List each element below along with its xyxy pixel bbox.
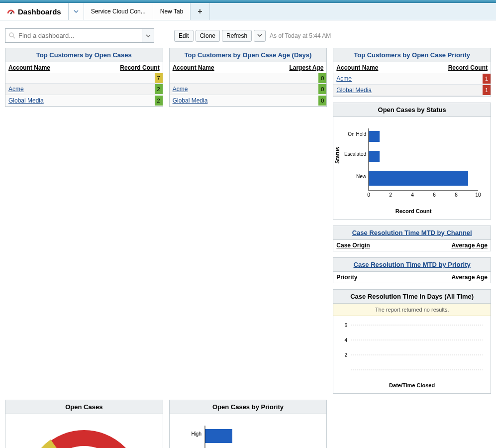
cell-count: 0 (318, 84, 326, 94)
col-count[interactable]: Record Count (120, 64, 159, 71)
empty-chart: 6 4 2 Date/Time Closed (333, 316, 491, 393)
cell-account[interactable]: Global Media (5, 95, 155, 106)
table-header: Account Name Largest Age (170, 62, 327, 73)
col-age[interactable]: Average Age (452, 274, 488, 281)
svg-text:Escalated: Escalated (344, 151, 366, 157)
table-row: Global Media0 (170, 95, 327, 107)
no-results-message: The report returned no results. (333, 304, 491, 316)
refresh-button[interactable]: Refresh (222, 30, 252, 42)
refresh-dropdown[interactable] (254, 30, 266, 42)
panel-open-by-status: Open Cases by Status Status On Hold Esca… (333, 103, 491, 220)
gauge-svg: 0 100 25 10 (14, 418, 154, 448)
line-chart-empty: 6 4 2 (338, 320, 483, 380)
cell-account (170, 74, 319, 83)
svg-rect-32 (205, 429, 232, 443)
panel-resolution-days: Case Resolution Time in Days (All Time) … (333, 289, 491, 394)
edit-button[interactable]: Edit (174, 30, 194, 42)
panel-top-priority: Top Customers by Open Case Priority Acco… (333, 48, 491, 97)
panel-top-case-age: Top Customers by Open Case Age (Days) Ac… (169, 48, 327, 107)
nav-tab-new[interactable]: New Tab (153, 3, 191, 20)
svg-text:4: 4 (345, 337, 348, 343)
table-header: Case Origin Average Age (333, 240, 491, 251)
col-account[interactable]: Account Name (8, 64, 50, 71)
svg-text:6: 6 (345, 323, 348, 328)
col-account[interactable]: Account Name (336, 64, 378, 71)
table-header: Account Name Record Count (333, 62, 491, 73)
svg-text:New: New (356, 174, 367, 179)
col-origin[interactable]: Case Origin (336, 242, 370, 249)
as-of-timestamp: As of Today at 5:44 AM (270, 32, 331, 39)
gauge-icon (7, 7, 15, 15)
panel-title[interactable]: Case Resolution Time MTD by Channel (333, 226, 491, 240)
col-count[interactable]: Record Count (448, 64, 488, 71)
svg-text:High: High (191, 431, 201, 437)
table-row: 0 (170, 73, 327, 84)
cell-account[interactable]: Global Media (170, 95, 319, 106)
table-row: Global Media1 (333, 85, 491, 96)
svg-point-2 (9, 33, 13, 37)
plus-icon: + (198, 7, 202, 16)
search-dropdown[interactable] (142, 29, 154, 42)
col-priority[interactable]: Priority (336, 274, 357, 281)
svg-rect-7 (369, 151, 380, 162)
toolbar: Edit Clone Refresh As of Today at 5:44 A… (0, 20, 496, 48)
svg-text:On Hold: On Hold (348, 131, 367, 137)
panel-title: Open Cases by Priority (170, 400, 327, 414)
svg-text:6: 6 (433, 192, 436, 198)
panel-resolution-channel: Case Resolution Time MTD by Channel Case… (333, 225, 491, 251)
x-axis-label: Date/Time Closed (338, 381, 486, 391)
panel-resolution-priority: Case Resolution Time MTD by Priority Pri… (333, 257, 491, 283)
nav-dropdown[interactable] (69, 3, 84, 20)
svg-line-3 (13, 36, 15, 38)
dashboard-search (5, 28, 154, 43)
chart-open-by-status: Status On Hold Escalated New 0 2 4 6 8 1… (333, 117, 491, 219)
svg-rect-9 (369, 171, 468, 186)
col-age[interactable]: Average Age (452, 242, 488, 249)
panel-open-by-priority: Open Cases by Priority Priority High Med… (169, 400, 327, 448)
table-row: Acme2 (5, 84, 163, 95)
col-account[interactable]: Account Name (173, 64, 214, 71)
svg-text:0: 0 (368, 192, 371, 198)
panel-title[interactable]: Top Customers by Open Case Age (Days) (170, 48, 327, 62)
nav-tab-add[interactable]: + (191, 3, 209, 20)
cell-count: 2 (155, 96, 163, 106)
cell-account[interactable]: Global Media (333, 85, 483, 96)
column-3: Top Customers by Open Case Priority Acco… (333, 48, 491, 394)
cell-account[interactable]: Acme (5, 84, 155, 95)
dashboard-grid: Top Customers by Open Cases Account Name… (0, 48, 496, 448)
x-axis-label: Record Count (341, 207, 486, 217)
panel-title: Open Cases (5, 400, 163, 414)
panel-title[interactable]: Top Customers by Open Cases (5, 48, 163, 62)
nav-tab-service-cloud[interactable]: Service Cloud Con... (84, 3, 153, 20)
svg-text:8: 8 (455, 192, 458, 198)
cell-count: 1 (483, 74, 491, 84)
cell-count: 2 (155, 84, 163, 94)
panel-title[interactable]: Top Customers by Open Case Priority (333, 48, 491, 62)
svg-text:4: 4 (411, 192, 414, 198)
bar-chart: High Medium Low 0 2 4 6 8 (178, 418, 317, 448)
cell-account[interactable]: Acme (170, 84, 319, 95)
search-input[interactable] (5, 29, 142, 42)
search-icon (8, 32, 15, 39)
col-age[interactable]: Largest Age (289, 64, 323, 71)
nav-tab-label: Dashboards (18, 7, 61, 16)
cell-count: 0 (318, 73, 326, 83)
nav-header: Dashboards Service Cloud Con... New Tab … (0, 3, 496, 20)
panel-open-cases-gauge: Open Cases 0 100 25 10 11 Record Count (5, 400, 163, 448)
chart-open-by-priority: Priority High Medium Low 0 2 4 6 8 Recor… (170, 414, 327, 448)
table-row: Acme1 (333, 73, 491, 85)
y-axis-label: Status (334, 147, 340, 164)
svg-line-1 (11, 11, 12, 13)
chevron-down-icon (74, 9, 79, 14)
panel-title[interactable]: Case Resolution Time MTD by Priority (333, 258, 491, 272)
cell-count: 0 (318, 96, 326, 106)
nav-tab-label: Service Cloud Con... (91, 8, 146, 15)
nav-tab-dashboards[interactable]: Dashboards (0, 3, 69, 20)
toolbar-buttons: Edit Clone Refresh (174, 30, 266, 42)
cell-count: 1 (483, 85, 491, 95)
cell-account (5, 74, 155, 83)
chevron-down-icon (257, 33, 262, 38)
panel-title: Case Resolution Time in Days (All Time) (333, 290, 491, 304)
clone-button[interactable]: Clone (196, 30, 220, 42)
cell-account[interactable]: Acme (333, 73, 483, 84)
